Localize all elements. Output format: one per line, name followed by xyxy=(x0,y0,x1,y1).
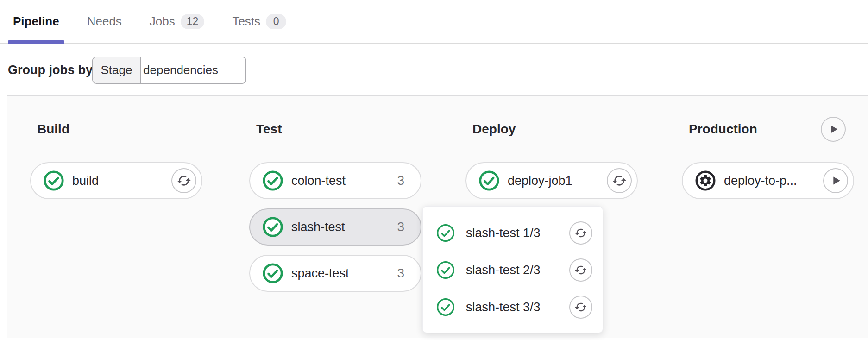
stage-deploy-jobs: deploy-job1 xyxy=(465,162,638,199)
stage-production-title: Production xyxy=(689,122,757,137)
status-success-icon xyxy=(436,223,455,243)
retry-icon xyxy=(574,301,587,314)
stage-test-title: Test xyxy=(256,122,282,137)
status-success-icon xyxy=(478,170,500,192)
job-name: colon-test xyxy=(291,174,397,188)
pipeline-tab-bar: Pipeline Needs Jobs 12 Tests 0 xyxy=(0,0,868,44)
retry-icon xyxy=(574,227,587,239)
job-name: deploy-job1 xyxy=(508,174,607,188)
status-success-icon xyxy=(262,262,284,284)
job-name: slash-test xyxy=(291,220,397,234)
stage-build-header: Build xyxy=(30,117,202,142)
job-name: deploy-to-p... xyxy=(724,174,823,188)
retry-icon xyxy=(612,173,627,188)
tab-tests[interactable]: Tests 0 xyxy=(227,0,291,44)
job-colon-test[interactable]: colon-test 3 xyxy=(249,162,421,199)
status-success-icon xyxy=(43,170,65,192)
retry-job-button[interactable] xyxy=(607,168,632,193)
tab-pipeline-label: Pipeline xyxy=(13,14,59,29)
play-job-button[interactable] xyxy=(823,168,848,193)
run-all-manual-jobs-button[interactable] xyxy=(821,117,846,142)
tab-needs-label: Needs xyxy=(87,14,122,29)
play-icon xyxy=(826,122,840,136)
toggle-option-stage[interactable]: Stage xyxy=(93,57,141,83)
retry-icon xyxy=(574,264,587,277)
job-slash-test[interactable]: slash-test 3 xyxy=(249,208,421,246)
dropdown-job-slash-test-1[interactable]: slash-test 1/3 xyxy=(423,214,603,252)
parallel-jobs-counter: 3 xyxy=(397,220,404,234)
dropdown-job-slash-test-3[interactable]: slash-test 3/3 xyxy=(423,289,603,326)
job-deploy-job1[interactable]: deploy-job1 xyxy=(465,162,638,199)
parallel-jobs-dropdown: slash-test 1/3 slash-test 2/3 slash-test… xyxy=(422,206,603,333)
group-jobs-by-label: Group jobs by xyxy=(8,57,93,84)
job-build[interactable]: build xyxy=(30,162,202,199)
stage-production-header: Production xyxy=(682,117,854,142)
job-name: slash-test 1/3 xyxy=(466,226,569,240)
stage-production-jobs: deploy-to-p... xyxy=(682,162,854,199)
tab-needs[interactable]: Needs xyxy=(82,0,127,44)
parallel-jobs-counter: 3 xyxy=(397,266,404,281)
group-jobs-by-toggle: Stage Job dependencies xyxy=(92,57,246,84)
stage-test-header: Test xyxy=(249,117,421,142)
stage-build-title: Build xyxy=(37,122,69,137)
retry-job-button[interactable] xyxy=(569,296,592,319)
job-deploy-to-production[interactable]: deploy-to-p... xyxy=(682,162,854,199)
tab-jobs[interactable]: Jobs 12 xyxy=(145,0,210,44)
retry-job-button[interactable] xyxy=(171,168,196,193)
play-icon xyxy=(828,173,843,188)
stage-deploy-title: Deploy xyxy=(472,122,516,137)
stage-test-jobs: colon-test 3 slash-test 3 space-test 3 xyxy=(249,162,421,292)
stage-deploy-header: Deploy xyxy=(465,117,638,142)
parallel-jobs-counter: 3 xyxy=(397,173,404,188)
status-success-icon xyxy=(262,170,284,192)
job-name: space-test xyxy=(291,266,397,281)
status-success-icon xyxy=(436,297,455,317)
status-success-icon xyxy=(436,260,455,280)
retry-job-button[interactable] xyxy=(569,221,592,245)
job-name: slash-test 2/3 xyxy=(466,263,569,277)
stage-build-jobs: build xyxy=(30,162,202,199)
retry-icon xyxy=(176,173,191,188)
status-manual-icon xyxy=(694,170,717,192)
job-name: slash-test 3/3 xyxy=(466,300,569,315)
tests-count-badge: 0 xyxy=(266,14,286,29)
dropdown-job-slash-test-2[interactable]: slash-test 2/3 xyxy=(423,252,603,289)
job-space-test[interactable]: space-test 3 xyxy=(249,255,421,292)
job-name: build xyxy=(72,174,171,188)
retry-job-button[interactable] xyxy=(569,258,592,282)
tab-pipeline[interactable]: Pipeline xyxy=(8,0,64,44)
tab-tests-label: Tests xyxy=(232,14,260,29)
tab-jobs-label: Jobs xyxy=(150,14,175,29)
jobs-count-badge: 12 xyxy=(181,14,205,29)
status-success-icon xyxy=(262,216,284,238)
active-tab-indicator xyxy=(8,40,64,44)
